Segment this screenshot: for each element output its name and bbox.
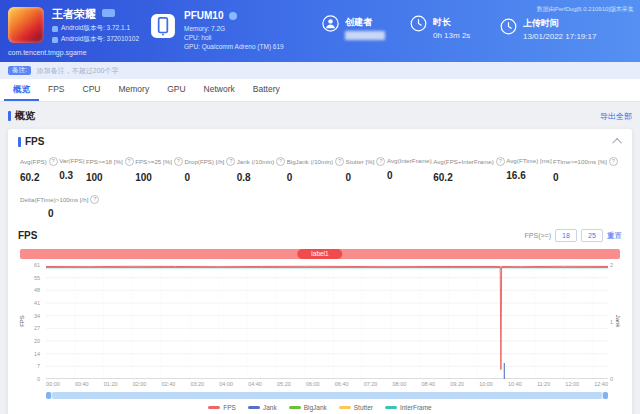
tab-GPU[interactable]: GPU	[158, 79, 194, 101]
chart-header: FPS FPS(>=) 重置	[18, 229, 622, 242]
report-header: 王者荣耀 Android版本号: 3.72.1.1Android版本号: 372…	[0, 0, 640, 62]
legend-item-InterFrame[interactable]: InterFrame	[385, 404, 432, 411]
stat-col-4: Drop(FPS) [/h]?0	[184, 157, 235, 183]
stat-name: Jank (/10min)	[237, 158, 274, 165]
help-icon[interactable]: ?	[376, 157, 385, 166]
tab-概览[interactable]: 概览	[4, 79, 39, 101]
upload-time-clock-icon	[500, 18, 517, 35]
section-accent-bar	[8, 111, 11, 121]
stat-col-7: Stutter [%]?0	[346, 157, 386, 183]
stat-label: FPS>=25 [%]?	[135, 157, 183, 166]
reset-link[interactable]: 重置	[607, 231, 622, 241]
stat-name: Stutter [%]	[346, 158, 375, 165]
x-tick-label: 10:00	[479, 381, 493, 387]
content: 概览 导出全部 FPS Avg(FPS)?60.2Var(FPS)0.3FPS>…	[0, 102, 640, 414]
x-tick-label: 04:40	[248, 381, 262, 387]
fps-chart: FPS 615548413427201470 210 Jank	[18, 263, 622, 379]
help-icon[interactable]: ?	[226, 157, 235, 166]
chart-legend: FPSJankBigJankStutterInterFrame	[18, 404, 622, 411]
legend-swatch	[385, 406, 397, 409]
stat-value: 60.2	[433, 172, 505, 183]
duration-label: 时长	[433, 16, 451, 29]
x-tick-label: 00:00	[46, 381, 60, 387]
legend-item-Stutter[interactable]: Stutter	[339, 404, 373, 411]
stat-col-9: Avg(FPS+InterFrame)?60.2	[433, 157, 505, 183]
x-tick-label: 08:00	[393, 381, 407, 387]
stat-value: 0	[184, 172, 235, 183]
upload-time-value: 13/01/2022 17:19:17	[523, 32, 596, 41]
tab-Network[interactable]: Network	[195, 79, 244, 101]
help-icon[interactable]: ?	[125, 157, 134, 166]
upload-time-label: 上传时间	[523, 17, 559, 30]
note-label: 备注:	[8, 66, 31, 76]
legend-swatch	[339, 406, 351, 409]
legend-swatch	[248, 406, 260, 409]
x-tick-label: 09:20	[450, 381, 464, 387]
x-tick-label: 06:40	[335, 381, 349, 387]
game-title: 王者荣耀	[52, 7, 96, 22]
help-icon[interactable]: ?	[90, 195, 99, 204]
tab-CPU[interactable]: CPU	[74, 79, 110, 101]
game-app-icon	[8, 7, 44, 43]
tab-FPS[interactable]: FPS	[39, 79, 74, 101]
help-icon[interactable]: ?	[276, 157, 285, 166]
x-tick-label: 01:20	[104, 381, 118, 387]
stat-name: Avg(FTime) [ms]	[506, 157, 551, 164]
help-icon[interactable]: ?	[174, 157, 183, 166]
stat-label: Jank (/10min)?	[237, 157, 285, 166]
y-right-tick: 0	[610, 376, 613, 382]
fps-threshold-high-input[interactable]	[581, 229, 603, 242]
chart-scrollbar[interactable]	[46, 392, 608, 399]
stat-value: 0.3	[59, 170, 84, 181]
tab-Memory[interactable]: Memory	[109, 79, 158, 101]
legend-item-Jank[interactable]: Jank	[248, 404, 277, 411]
overview-section-header: 概览 导出全部	[8, 109, 632, 123]
stat-value: 0.8	[237, 172, 285, 183]
tab-bar: 概览FPSCPUMemoryGPUNetworkBattery	[0, 79, 640, 102]
chart-title: FPS	[18, 230, 37, 241]
device-memory: Memory: 7.2G	[184, 25, 225, 32]
stat-label: Avg(FPS)?	[20, 157, 58, 166]
y-axis-left-ticks: 615548413427201470	[18, 265, 43, 379]
help-icon[interactable]: ?	[49, 157, 58, 166]
y-left-tick: 0	[37, 376, 40, 382]
tab-Battery[interactable]: Battery	[244, 79, 289, 101]
x-axis-labels: 00:0000:4001:2002:0002:4003:2004:0004:40…	[46, 381, 608, 387]
stat-col-1: Var(FPS)0.3	[59, 157, 84, 183]
x-tick-label: 05:20	[277, 381, 291, 387]
y-right-tick: 1	[610, 319, 613, 325]
legend-item-FPS[interactable]: FPS	[208, 404, 236, 411]
x-tick-label: 11:20	[537, 381, 550, 387]
note-input[interactable]: 添加备注，不超过200个字	[37, 66, 119, 76]
y-left-tick: 34	[34, 313, 40, 319]
legend-swatch	[289, 406, 301, 409]
scrollbar-handle-left[interactable]	[46, 392, 51, 399]
app-version-lines: Android版本号: 3.72.1.1Android版本号: 37201010…	[52, 23, 139, 45]
y-left-tick: 61	[34, 262, 40, 268]
help-icon[interactable]: ?	[496, 157, 505, 166]
stat-name: Avg(FPS+InterFrame)	[433, 158, 494, 165]
legend-label: Jank	[263, 404, 277, 411]
version-tag-icon	[52, 37, 58, 43]
scrollbar-handle-right[interactable]	[603, 392, 608, 399]
help-icon[interactable]: ?	[609, 157, 618, 166]
y-left-tick: 20	[34, 338, 40, 344]
y-left-tick: 41	[34, 300, 40, 306]
device-cpu: CPU: holi	[184, 34, 211, 41]
x-tick-label: 02:40	[162, 381, 176, 387]
chart-plot[interactable]	[46, 265, 608, 379]
help-icon[interactable]: ?	[335, 157, 344, 166]
stat-label: BigJank (/10min)?	[287, 157, 344, 166]
stat-name: Var(FPS)	[59, 157, 84, 164]
stat-value: 16.6	[506, 170, 551, 181]
scene-label[interactable]: label1	[297, 249, 342, 259]
x-tick-label: 08:40	[421, 381, 435, 387]
creator-name-redacted	[345, 31, 385, 40]
legend-label: BigJank	[304, 404, 327, 411]
stat-label: Avg(FTime) [ms]	[506, 157, 551, 164]
collapse-chevron-icon[interactable]	[612, 138, 622, 148]
x-tick-label: 12:40	[594, 381, 608, 387]
export-all-link[interactable]: 导出全部	[600, 111, 632, 122]
legend-item-BigJank[interactable]: BigJank	[289, 404, 327, 411]
fps-threshold-low-input[interactable]	[555, 229, 577, 242]
